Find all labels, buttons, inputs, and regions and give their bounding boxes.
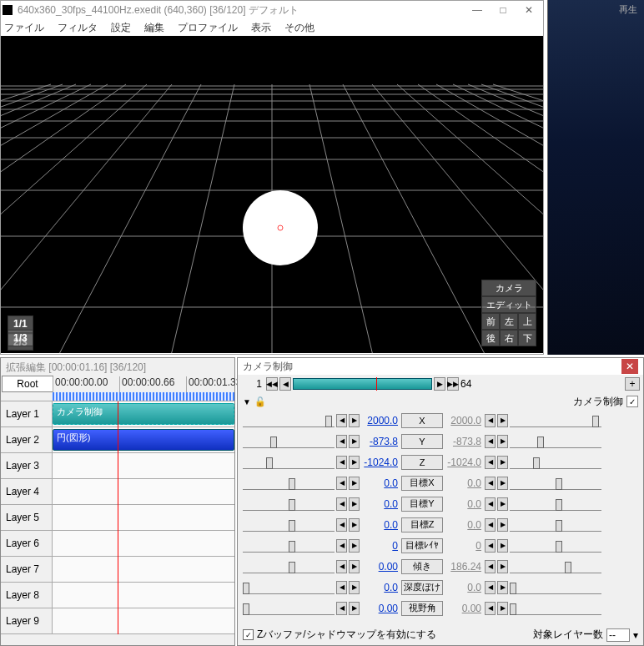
layer-track[interactable] <box>53 583 234 608</box>
inc-right-button[interactable]: ▶ <box>497 602 508 615</box>
param-label[interactable]: 傾き <box>401 559 443 574</box>
value-right[interactable]: 0.00 <box>445 603 483 614</box>
nav-front[interactable]: 前 <box>481 313 500 330</box>
inc-left-button[interactable]: ▶ <box>349 477 360 490</box>
param-label[interactable]: X <box>401 413 443 428</box>
clip-shape[interactable]: 円(図形) <box>53 429 234 451</box>
layer-track[interactable] <box>53 531 234 556</box>
slider-right[interactable] <box>510 539 601 553</box>
menu-settings[interactable]: 設定 <box>111 21 131 35</box>
dec-right-button[interactable]: ◀ <box>485 456 496 469</box>
inc-right-button[interactable]: ▶ <box>497 435 508 448</box>
titlebar[interactable]: 640x360_30fps_44100Hz.exedit (640,360) [… <box>1 1 543 19</box>
inc-right-button[interactable]: ▶ <box>497 497 508 511</box>
menu-other[interactable]: その他 <box>284 21 314 35</box>
seek-first-button[interactable]: ◀◀ <box>266 377 278 391</box>
dec-right-button[interactable]: ◀ <box>485 539 496 553</box>
combo-arrow-icon[interactable]: ▾ <box>633 629 638 641</box>
param-label[interactable]: Y <box>401 434 443 449</box>
value-left[interactable]: 0.0 <box>361 582 400 593</box>
layer-label[interactable]: Layer 8 <box>1 583 53 608</box>
dec-left-button[interactable]: ◀ <box>336 414 347 427</box>
slider-left[interactable] <box>243 560 335 573</box>
panel-close-button[interactable]: ✕ <box>621 359 638 374</box>
layer-track[interactable]: 円(図形) <box>53 427 234 452</box>
add-button[interactable]: + <box>625 377 640 391</box>
nav-top[interactable]: 上 <box>518 313 536 330</box>
menu-edit[interactable]: 編集 <box>144 21 164 35</box>
value-left[interactable]: 0.0 <box>361 477 400 489</box>
collapse-icon[interactable]: ▼ <box>243 397 251 406</box>
menu-profile[interactable]: プロファイル <box>178 21 238 35</box>
slider-left[interactable] <box>243 456 335 469</box>
value-left[interactable]: 2000.0 <box>361 415 400 426</box>
slider-right[interactable] <box>510 435 601 448</box>
layer-label[interactable]: Layer 4 <box>1 479 53 504</box>
root-button[interactable]: Root <box>2 376 53 392</box>
param-label[interactable]: 深度ぼけ <box>401 580 443 595</box>
slider-right[interactable] <box>510 414 601 427</box>
inc-left-button[interactable]: ▶ <box>349 497 360 511</box>
slider-left[interactable] <box>243 435 335 448</box>
slider-right[interactable] <box>510 602 601 615</box>
dec-left-button[interactable]: ◀ <box>336 560 347 573</box>
slider-right[interactable] <box>510 581 601 594</box>
param-label[interactable]: 目標Z <box>401 517 443 532</box>
layer-label[interactable]: Layer 7 <box>1 557 53 582</box>
inc-left-button[interactable]: ▶ <box>349 456 360 469</box>
param-label[interactable]: 目標X <box>401 476 443 491</box>
value-left[interactable]: 0.0 <box>361 519 400 531</box>
inc-left-button[interactable]: ▶ <box>349 602 360 615</box>
inc-left-button[interactable]: ▶ <box>349 518 360 532</box>
inc-left-button[interactable]: ▶ <box>349 435 360 448</box>
seek-last-button[interactable]: ▶▶ <box>447 377 459 391</box>
param-label[interactable]: 目標ﾚｲﾔ <box>401 538 443 553</box>
dec-left-button[interactable]: ◀ <box>336 539 347 553</box>
slider-left[interactable] <box>243 602 335 615</box>
inc-left-button[interactable]: ▶ <box>349 581 360 594</box>
nav-back[interactable]: 後 <box>481 330 500 346</box>
layer-label[interactable]: Layer 1 <box>1 401 53 426</box>
slider-right[interactable] <box>510 497 601 511</box>
badge-1-3[interactable]: 1/3 <box>8 330 33 346</box>
clip-camera[interactable]: カメラ制御 <box>53 403 234 425</box>
minimize-button[interactable]: — <box>465 2 490 18</box>
maximize-button[interactable]: □ <box>491 2 516 18</box>
layer-track[interactable] <box>53 505 234 530</box>
inc-right-button[interactable]: ▶ <box>497 560 508 573</box>
dec-right-button[interactable]: ◀ <box>485 602 496 615</box>
inc-left-button[interactable]: ▶ <box>349 560 360 573</box>
slider-left[interactable] <box>243 414 335 427</box>
dec-right-button[interactable]: ◀ <box>485 560 496 573</box>
nav-right[interactable]: 右 <box>500 330 518 346</box>
value-left[interactable]: -873.8 <box>361 436 400 447</box>
layer-track[interactable]: カメラ制御 <box>53 401 234 426</box>
slider-left[interactable] <box>243 477 335 490</box>
menu-filter[interactable]: フィルタ <box>58 21 98 35</box>
dec-left-button[interactable]: ◀ <box>336 581 347 594</box>
value-right[interactable]: 0 <box>445 540 483 552</box>
nav-camera[interactable]: カメラ <box>481 280 536 296</box>
enable-checkbox[interactable]: ✓ <box>626 396 638 407</box>
inc-right-button[interactable]: ▶ <box>497 518 508 532</box>
dec-left-button[interactable]: ◀ <box>336 435 347 448</box>
value-left[interactable]: -1024.0 <box>361 457 400 468</box>
layer-label[interactable]: Layer 9 <box>1 608 53 633</box>
lock-icon[interactable]: 🔓 <box>254 396 266 407</box>
layer-label[interactable]: Layer 3 <box>1 453 53 478</box>
layer-label[interactable]: Layer 2 <box>1 427 53 452</box>
dec-left-button[interactable]: ◀ <box>336 518 347 532</box>
zbuffer-checkbox[interactable]: ✓ <box>243 629 254 640</box>
layer-track[interactable] <box>53 557 234 582</box>
inc-right-button[interactable]: ▶ <box>497 539 508 553</box>
inc-right-button[interactable]: ▶ <box>497 581 508 594</box>
menu-view[interactable]: 表示 <box>251 21 271 35</box>
dec-right-button[interactable]: ◀ <box>485 435 496 448</box>
value-right[interactable]: -873.8 <box>445 436 483 447</box>
dec-left-button[interactable]: ◀ <box>336 602 347 615</box>
slider-right[interactable] <box>510 518 601 532</box>
slider-right[interactable] <box>510 456 601 469</box>
frame-slider[interactable] <box>293 378 432 390</box>
slider-left[interactable] <box>243 581 335 594</box>
layer-label[interactable]: Layer 5 <box>1 505 53 530</box>
